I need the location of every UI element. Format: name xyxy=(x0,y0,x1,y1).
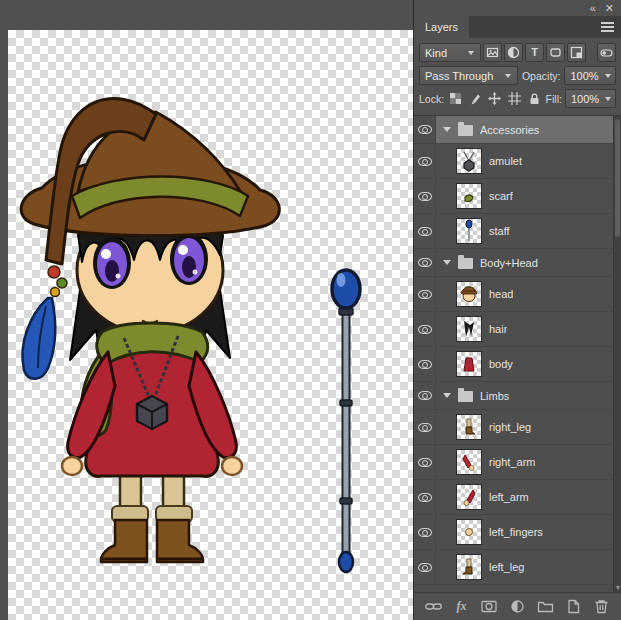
layer-label: staff xyxy=(489,225,510,237)
toggle-switch-icon xyxy=(600,46,613,59)
layer-row-head[interactable]: head xyxy=(414,277,613,312)
visibility-toggle[interactable] xyxy=(414,550,436,584)
layer-label: right_leg xyxy=(489,421,531,433)
layer-thumbnail-left-fingers[interactable] xyxy=(456,519,482,545)
layers-panel: « ✕ Layers Kind xyxy=(413,0,621,620)
new-layer-button[interactable] xyxy=(564,598,583,615)
kind-filter-select[interactable]: Kind xyxy=(419,43,481,62)
eye-icon xyxy=(418,391,432,400)
eye-icon xyxy=(418,157,432,166)
visibility-toggle[interactable] xyxy=(414,116,436,143)
add-layer-mask-button[interactable] xyxy=(480,598,499,615)
left-leg-thumb-art xyxy=(457,555,481,579)
pixel-filter-button[interactable] xyxy=(483,43,502,62)
lock-all-button[interactable] xyxy=(526,90,543,107)
layer-group-row-limbs[interactable]: Limbs xyxy=(414,382,613,410)
visibility-toggle[interactable] xyxy=(414,312,436,346)
smart-object-filter-button[interactable] xyxy=(567,43,586,62)
right-arm-thumb-art xyxy=(457,450,481,474)
lock-transparency-button[interactable] xyxy=(447,90,464,107)
layer-thumbnail-left-leg[interactable] xyxy=(456,554,482,580)
type-filter-button[interactable]: T xyxy=(525,43,544,62)
chevron-down-icon xyxy=(505,74,511,78)
layer-label: left_arm xyxy=(489,491,529,503)
chevron-down-icon[interactable] xyxy=(443,393,451,398)
opacity-select[interactable]: 100% xyxy=(564,66,616,85)
scroll-down-icon[interactable] xyxy=(616,586,620,590)
staff-illustration xyxy=(332,270,360,572)
layer-thumbnail-right-leg[interactable] xyxy=(456,414,482,440)
visibility-toggle[interactable] xyxy=(414,347,436,381)
layer-thumbnail-amulet[interactable] xyxy=(456,148,482,174)
lock-position-button[interactable] xyxy=(486,90,503,107)
lock-artboard-button[interactable] xyxy=(506,90,523,107)
layer-row-scarf[interactable]: scarf xyxy=(414,179,613,214)
layer-row-hair[interactable]: hair xyxy=(414,312,613,347)
opacity-label: Opacity: xyxy=(522,70,561,82)
blend-mode-select[interactable]: Pass Through xyxy=(419,66,518,85)
layer-row-staff[interactable]: staff xyxy=(414,214,613,249)
layer-thumbnail-body[interactable] xyxy=(456,351,482,377)
filter-toggle-button[interactable] xyxy=(597,43,616,62)
smart-object-icon xyxy=(570,46,583,59)
document-canvas[interactable] xyxy=(8,30,413,620)
layer-group-row-body-head[interactable]: Body+Head xyxy=(414,249,613,277)
visibility-toggle[interactable] xyxy=(414,445,436,479)
head-thumb-art xyxy=(457,282,481,306)
visibility-toggle[interactable] xyxy=(414,410,436,444)
layer-thumbnail-hair[interactable] xyxy=(456,316,482,342)
layer-row-right-arm[interactable]: right_arm xyxy=(414,445,613,480)
layer-label: amulet xyxy=(489,155,522,167)
link-layers-button[interactable] xyxy=(424,598,443,615)
chevron-down-icon[interactable] xyxy=(443,260,451,265)
layer-thumbnail-left-arm[interactable] xyxy=(456,484,482,510)
close-panel-icon[interactable]: ✕ xyxy=(605,0,614,16)
hamburger-icon xyxy=(601,26,614,28)
visibility-toggle[interactable] xyxy=(414,515,436,549)
layer-thumbnail-head[interactable] xyxy=(456,281,482,307)
scrollbar-thumb[interactable] xyxy=(615,119,620,237)
layer-row-amulet[interactable]: amulet xyxy=(414,144,613,179)
layer-thumbnail-right-arm[interactable] xyxy=(456,449,482,475)
panel-menu-button[interactable] xyxy=(594,16,621,38)
visibility-toggle[interactable] xyxy=(414,179,436,213)
layer-label: scarf xyxy=(489,190,513,202)
chevron-down-icon[interactable] xyxy=(443,127,451,132)
tab-layers-label: Layers xyxy=(425,21,458,33)
layer-row-left-leg[interactable]: left_leg xyxy=(414,550,613,585)
visibility-toggle[interactable] xyxy=(414,382,436,409)
delete-layer-button[interactable] xyxy=(592,598,611,615)
shape-filter-button[interactable] xyxy=(546,43,565,62)
hair-thumb-art xyxy=(457,317,481,341)
visibility-toggle[interactable] xyxy=(414,480,436,514)
layer-row-body[interactable]: body xyxy=(414,347,613,382)
eye-icon xyxy=(418,458,432,467)
layer-list-scrollbar[interactable] xyxy=(613,116,621,592)
new-adjustment-layer-button[interactable] xyxy=(508,598,527,615)
visibility-toggle[interactable] xyxy=(414,249,436,276)
left-arm-thumb-art xyxy=(457,485,481,509)
layer-group-row-accessories[interactable]: Accessories xyxy=(414,116,613,144)
fill-select[interactable]: 100% xyxy=(565,89,616,108)
lock-row: Lock: xyxy=(419,89,616,108)
layer-effects-button[interactable]: fx xyxy=(452,598,471,615)
eye-icon xyxy=(418,125,432,134)
blend-mode-value: Pass Through xyxy=(425,70,499,82)
layer-row-left-fingers[interactable]: left_fingers xyxy=(414,515,613,550)
panel-tab-bar: Layers xyxy=(414,16,621,38)
adjustment-filter-button[interactable] xyxy=(504,43,523,62)
layer-row-right-leg[interactable]: right_leg xyxy=(414,410,613,445)
visibility-toggle[interactable] xyxy=(414,144,436,178)
visibility-toggle[interactable] xyxy=(414,277,436,311)
move-icon xyxy=(488,92,501,105)
new-group-button[interactable] xyxy=(536,598,555,615)
visibility-toggle[interactable] xyxy=(414,214,436,248)
tab-layers[interactable]: Layers xyxy=(414,16,469,38)
layer-thumbnail-staff[interactable] xyxy=(456,218,482,244)
layer-row-left-arm[interactable]: left_arm xyxy=(414,480,613,515)
layer-label: head xyxy=(489,288,513,300)
layer-thumbnail-scarf[interactable] xyxy=(456,183,482,209)
lock-pixels-button[interactable] xyxy=(467,90,484,107)
collapse-panel-icon[interactable]: « xyxy=(590,0,596,16)
layer-label: right_arm xyxy=(489,456,535,468)
